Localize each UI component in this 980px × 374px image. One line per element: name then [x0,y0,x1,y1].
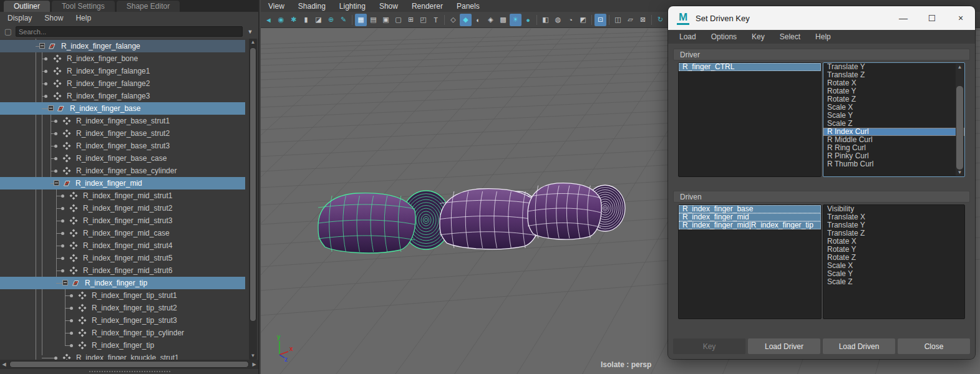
select-camera-icon[interactable]: ◄ [263,14,274,26]
key-button[interactable]: Key [673,338,745,354]
outliner-row-R_index_finger_base_cylinder[interactable]: R_index_finger_base_cylinder [0,165,245,177]
resolution-gate-icon[interactable]: ▣ [380,14,392,26]
window-titlebar[interactable]: M Set Driven Key —☐× [668,6,975,30]
sdk-menu-select[interactable]: Select [780,32,800,41]
node-label[interactable]: R_index_finger_mid [75,179,142,188]
list-item-scale-z[interactable]: Scale Z [823,278,964,286]
pencil-box-icon[interactable]: ⊠ [637,14,649,26]
outliner-row-R_index_finger_base_strut3[interactable]: R_index_finger_base_strut3 [0,140,245,152]
node-label[interactable]: R_index_finger_base_cylinder [76,166,177,175]
safe-title-icon[interactable]: T [430,14,442,26]
expand-collapse-toggle[interactable] [48,105,54,111]
node-label[interactable]: R_index_finger_tip_strut1 [92,291,177,300]
search-input[interactable] [16,26,243,37]
outliner-row-R_index_finger_falange2[interactable]: R_index_finger_falange2 [0,77,245,90]
camera-attributes-icon[interactable]: ✱ [288,14,299,26]
outliner-row-R_index_finger_base_strut1[interactable]: R_index_finger_base_strut1 [0,115,245,127]
outliner-row-R_index_finger_tip_strut2[interactable]: R_index_finger_tip_strut2 [0,302,245,314]
multi-copy-icon[interactable]: ▱ [624,14,636,26]
node-label[interactable]: R_index_finger_falange2 [67,79,150,88]
outliner-row-R_index_finger_tip[interactable]: R_index_finger_tip [0,339,245,352]
lock-camera-icon[interactable]: ◉ [275,14,287,26]
node-label[interactable]: R_index_finger_mid_strut4 [83,241,172,250]
gate-mask-icon[interactable]: ▢ [392,14,404,26]
scroll-down-icon[interactable]: ▼ [249,352,257,360]
outliner-row-R_index_finger_tip[interactable]: R_index_finger_tip [0,277,245,289]
sdk-menu-key[interactable]: Key [752,32,765,41]
textured-icon[interactable]: ◐ [472,14,484,26]
expand-collapse-toggle[interactable] [54,180,59,186]
tab-shape-editor[interactable]: Shape Editor [117,1,180,12]
outliner-row-R_index_finger_falange[interactable]: R_index_finger_falange [0,40,245,52]
outliner-row-R_index_finger_mid_strut4[interactable]: R_index_finger_mid_strut4 [0,239,245,252]
node-label[interactable]: R_index_finger_tip_cylinder [92,328,184,337]
tab-outliner[interactable]: Outliner [4,1,50,12]
outliner-row-R_index_finger_mid_strut3[interactable]: R_index_finger_mid_strut3 [0,214,245,227]
scroll-right-icon[interactable]: ▶ [250,362,258,367]
occlusion-icon[interactable]: ◔ [565,14,576,26]
node-label[interactable]: R_index_finger_tip_strut3 [92,316,177,325]
outliner-row-R_index_finger_knuckle_strut1[interactable]: R_index_finger_knuckle_strut1 [0,352,245,360]
list-item-r-index-finger-mid-r-index-finger-tip[interactable]: R_index_finger_mid|R_index_finger_tip [679,221,821,229]
list-item-r-thumb-curl[interactable]: R Thumb Curl [823,160,964,168]
outliner-row-R_index_finger_mid_strut2[interactable]: R_index_finger_mid_strut2 [0,202,245,214]
outliner-row-R_index_finger_tip_strut1[interactable]: R_index_finger_tip_strut1 [0,289,245,302]
outliner-row-R_index_finger_mid[interactable]: R_index_finger_mid [0,177,245,189]
node-label[interactable]: R_index_finger_tip [85,279,147,287]
node-label[interactable]: R_index_finger_base_strut3 [76,141,170,150]
grease-pencil-icon[interactable]: ✎ [337,14,349,26]
sdk-menu-load[interactable]: Load [679,32,696,41]
outliner-horizontal-scrollbar[interactable]: ◀ ▶ [0,360,258,369]
outliner-menu-display[interactable]: Display [7,14,32,22]
node-label[interactable]: R_index_finger_mid_strut1 [83,191,172,200]
scroll-up-icon[interactable]: ▲ [249,39,257,46]
wireframe-icon[interactable]: ◇ [447,14,459,26]
motion-blur-icon[interactable]: ◍ [552,14,564,26]
load-driven-button[interactable]: Load Driven [823,338,895,354]
lights-icon[interactable]: ☀ [510,14,522,26]
outliner-row-R_index_finger_base_case[interactable]: R_index_finger_base_case [0,152,245,165]
shadows-icon[interactable]: ◧ [540,14,551,26]
scrollbar-thumb[interactable] [250,47,256,322]
outliner-row-R_index_finger_tip_cylinder[interactable]: R_index_finger_tip_cylinder [0,327,245,339]
node-label[interactable]: R_index_finger_base [70,104,140,113]
outliner-row-R_index_finger_mid_case[interactable]: R_index_finger_mid_case [0,227,245,239]
node-label[interactable]: R_index_finger_falange1 [67,67,150,75]
node-label[interactable]: R_index_finger_tip_strut2 [92,304,177,312]
sdk-menu-options[interactable]: Options [711,32,737,41]
outliner-vertical-scrollbar[interactable]: ▲ ▼ [249,39,257,360]
node-label[interactable]: R_index_finger_mid_case [83,229,170,237]
driven-object-list[interactable]: R_index_finger_baseR_index_finger_midR_i… [678,204,822,319]
driver-object-list[interactable]: R_finger_CTRL [678,62,822,177]
textured-cube-icon[interactable]: ◈ [485,14,497,26]
scroll-left-icon[interactable]: ◀ [0,362,8,367]
driver-attribute-list[interactable]: Translate YTranslate ZRotate XRotate YRo… [823,62,965,177]
panel-resize-grip[interactable] [89,371,170,373]
safe-action-icon[interactable]: ◰ [417,14,429,26]
grid-icon[interactable]: ▦ [355,14,367,26]
node-label[interactable]: R_index_finger_bone [67,54,138,63]
viewport-menu-panels[interactable]: Panels [457,2,480,11]
minimize-button[interactable]: — [889,6,918,30]
viewport-menu-show[interactable]: Show [379,2,398,11]
outliner-row-R_index_finger_bone[interactable]: R_index_finger_bone [0,52,245,65]
node-label[interactable]: R_index_finger_base_strut1 [76,117,170,125]
maximize-button[interactable]: ☐ [918,6,946,30]
outliner-menu-help[interactable]: Help [75,14,91,22]
list-item-r-finger-ctrl[interactable]: R_finger_CTRL [679,63,821,71]
viewport-menu-lighting[interactable]: Lighting [339,2,366,11]
outliner-row-R_index_finger_base_strut2[interactable]: R_index_finger_base_strut2 [0,127,245,140]
viewport-menu-renderer[interactable]: Renderer [412,2,443,11]
image-plane-icon[interactable]: ◪ [313,14,324,26]
node-label[interactable]: R_index_finger_falange3 [67,92,150,100]
node-label[interactable]: R_index_finger_mid_strut5 [83,254,172,262]
smooth-shade-icon[interactable]: ◆ [460,14,472,26]
film-gate-icon[interactable]: ▤ [367,14,379,26]
pan-zoom-icon[interactable]: ⊕ [325,14,337,26]
expand-collapse-toggle[interactable] [39,43,45,49]
outliner-row-R_index_finger_mid_strut6[interactable]: R_index_finger_mid_strut6 [0,264,245,277]
node-label[interactable]: R_index_finger_mid_strut3 [83,216,172,225]
node-label[interactable]: R_index_finger_mid_strut2 [83,204,172,213]
node-label[interactable]: R_index_finger_falange [61,42,140,50]
ssao-icon[interactable]: ◩ [577,14,589,26]
